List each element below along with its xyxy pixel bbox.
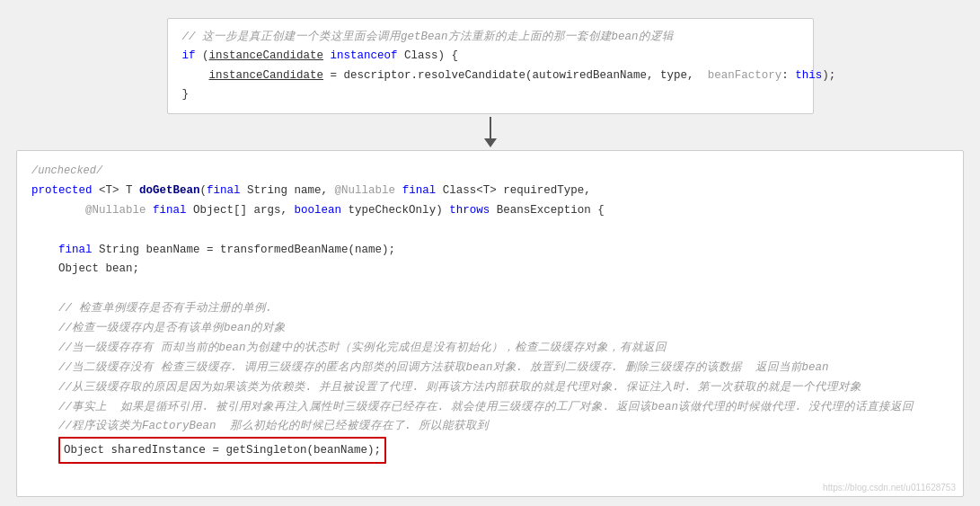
- top-code-content: // 这一步是真正创建一个类这里面会调用getBean方法重新的走上面的那一套创…: [182, 28, 799, 104]
- flow-arrow: [484, 114, 497, 150]
- unchecked-label: /unchecked/: [31, 164, 102, 177]
- code-line1: final String beanName = transformedBeanN…: [31, 244, 395, 256]
- top-code-box: // 这一步是真正创建一个类这里面会调用getBean方法重新的走上面的那一套创…: [167, 18, 814, 114]
- signature-line1: protected <T> T doGetBean(final String n…: [31, 184, 591, 197]
- blank-line1: [31, 224, 39, 236]
- comment-line4: //当二级缓存没有 检查三级缓存. 调用三级缓存的匿名内部类的回调方法获取bea…: [31, 361, 829, 374]
- arrow-down: [484, 117, 497, 147]
- top-line3: }: [182, 88, 190, 101]
- comment-line7: //程序设该类为FactoryBean 那么初始化的时候已经被缓存在了. 所以能…: [31, 420, 489, 432]
- highlight-line: Object sharedInstance = getSingleton(bea…: [31, 444, 386, 457]
- arrow-line: [490, 117, 491, 138]
- comment-line1: // 检查单例缓存是否有手动注册的单例.: [31, 302, 272, 315]
- code-line2: Object bean;: [31, 262, 139, 275]
- blank-line2: [31, 282, 39, 295]
- top-line1: if (instanceCandidate instanceof Class) …: [182, 49, 459, 62]
- comment-line3: //当一级缓存存有 而却当前的bean为创建中的状态时（实例化完成但是没有初始化…: [31, 342, 667, 354]
- signature-line2: @Nullable final Object[] args, boolean t…: [31, 204, 605, 217]
- watermark: https://blog.csdn.net/u011628753: [823, 483, 956, 493]
- top-line2: instanceCandidate = descriptor.resolveCa…: [182, 69, 836, 82]
- main-code-box: /unchecked/ protected <T> T doGetBean(fi…: [16, 150, 964, 497]
- comment-line2: //检查一级缓存内是否有该单例bean的对象: [31, 322, 286, 334]
- comment-line6: //事实上 如果是循环引用. 被引用对象再注入属性时三级缓存已经存在. 就会使用…: [31, 401, 914, 413]
- comment-line5: //从三级缓存取的原因是因为如果该类为依赖类. 并且被设置了代理. 则再该方法内…: [31, 381, 861, 394]
- main-code-content: /unchecked/ protected <T> T doGetBean(fi…: [31, 162, 949, 464]
- top-comment: // 这一步是真正创建一个类这里面会调用getBean方法重新的走上面的那一套创…: [182, 31, 674, 43]
- arrow-head: [484, 138, 497, 147]
